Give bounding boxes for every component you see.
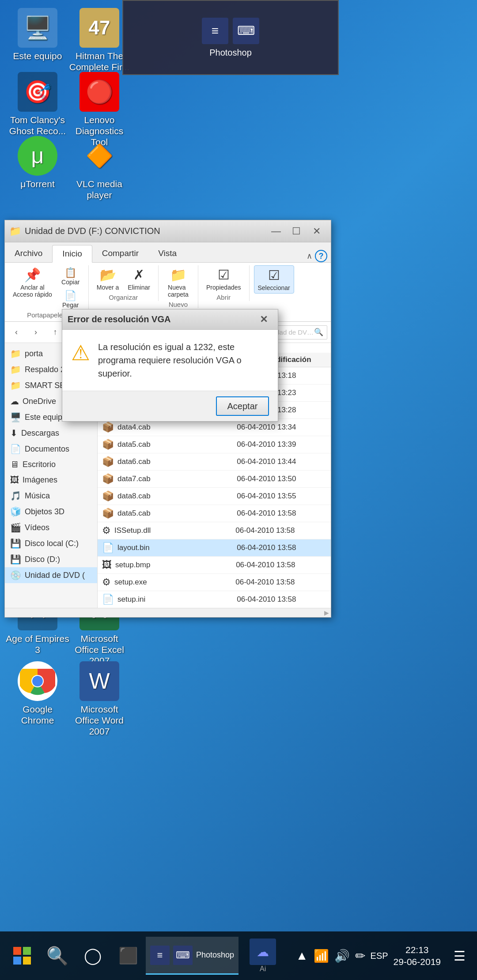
taskbar-volume-icon[interactable]: 🔊 <box>334 949 350 963</box>
start-button[interactable] <box>4 938 40 973</box>
photoshop-taskbar-preview[interactable]: ≡ ⌨ Photoshop <box>122 0 339 75</box>
file-row-setupini[interactable]: 📄 setup.ini 06-04-2010 13:58 <box>98 591 331 608</box>
tab-inicio[interactable]: Inicio <box>52 245 92 263</box>
file-name: setup.bmp <box>115 561 236 569</box>
sidebar-item-documentos-label: Documentos <box>25 445 69 454</box>
ribbon-help-btn[interactable]: ? <box>315 250 327 262</box>
file-row-data8[interactable]: 📦 data8.cab 06-04-2010 13:55 <box>98 488 331 505</box>
word-label: Microsoft Office Word 2007 <box>68 704 131 737</box>
disk-c-icon: 💾 <box>10 538 21 549</box>
desktop-icon-tom-clancy[interactable]: 🎯 Tom Clancy's Ghost Reco... <box>2 68 73 140</box>
sidebar-item-objetos3d[interactable]: 🧊 Objetos 3D <box>5 504 97 520</box>
word-icon: W <box>80 661 119 701</box>
file-row-data5cab[interactable]: 📦 data5.cab 06-04-2010 13:58 <box>98 505 331 522</box>
file-name: data5.cab <box>117 440 237 449</box>
chrome-icon <box>18 661 57 701</box>
sidebar-item-descargas[interactable]: ⬇ Descargas <box>5 425 97 441</box>
svg-rect-6 <box>13 957 21 965</box>
sidebar-item-imagenes[interactable]: 🖼 Imágenes <box>5 472 97 488</box>
music-icon: 🎵 <box>10 490 21 501</box>
dialog-message: La resolución es igual a 1232, este prog… <box>98 340 269 380</box>
file-row-data7[interactable]: 📦 data7.cab 06-04-2010 13:50 <box>98 471 331 488</box>
clock-time: 22:13 <box>394 944 441 956</box>
file-explorer-titlebar: 📁 Unidad de DVD (F:) CONVICTION — ☐ ✕ <box>5 220 331 242</box>
ribbon-btn-propiedades[interactable]: ☑ Propiedades <box>203 265 245 293</box>
ribbon-btn-pegar[interactable]: 📄 Pegar <box>57 288 84 310</box>
desktop-icon-chrome[interactable]: Google Chrome <box>2 658 73 729</box>
sidebar-item-dvd[interactable]: 💿 Unidad de DVD ( <box>5 567 97 583</box>
taskbar-ai-button[interactable]: ☁ Ai <box>243 936 283 976</box>
dvd-icon: 💿 <box>10 570 21 580</box>
desktop-icon-word[interactable]: W Microsoft Office Word 2007 <box>64 658 135 741</box>
search-icon: 🔍 <box>314 328 323 337</box>
file-row-data5[interactable]: 📦 data5.cab 06-04-2010 13:39 <box>98 436 331 453</box>
file-row-setupbmp[interactable]: 🖼 setup.bmp 06-04-2010 13:58 <box>98 557 331 574</box>
ribbon-group-abrir: ☑ Propiedades Abrir <box>203 265 250 301</box>
ribbon-btn-nueva-carpeta[interactable]: 📁 Nuevacarpeta <box>164 265 192 300</box>
sidebar-item-musica-label: Música <box>25 491 50 501</box>
tab-compartir[interactable]: Compartir <box>92 245 148 262</box>
taskbar-pen-icon[interactable]: ✏ <box>355 949 365 963</box>
close-button[interactable]: ✕ <box>307 222 326 241</box>
file-name: data4.cab <box>117 423 237 432</box>
computer-icon: 🖥️ <box>10 412 21 422</box>
minimize-button[interactable]: — <box>266 222 286 241</box>
nav-back[interactable]: ‹ <box>8 324 24 340</box>
dialog-titlebar: Error de resolución VGA ✕ <box>62 309 278 330</box>
taskbar-language-label[interactable]: ESP <box>371 951 388 961</box>
nav-up[interactable]: ↑ <box>47 324 63 340</box>
sidebar-item-onedrive-label: OneDrive <box>23 397 56 406</box>
file-icon: 🖼 <box>102 559 112 571</box>
file-row-setupexe[interactable]: ⚙ setup.exe 06-04-2010 13:58 <box>98 574 331 591</box>
file-icon: 📦 <box>102 508 114 519</box>
taskbar-photoshop-label: Photoshop <box>196 950 234 960</box>
vlc-label: VLC media player <box>68 178 131 200</box>
file-row-issetup[interactable]: ⚙ ISSetup.dll 06-04-2010 13:58 <box>98 522 331 539</box>
dialog-close-button[interactable]: ✕ <box>255 311 273 328</box>
taskbar-up-arrow[interactable]: ▲ <box>296 949 308 963</box>
sidebar-item-videos[interactable]: 🎬 Vídeos <box>5 520 97 535</box>
nav-forward[interactable]: › <box>28 324 44 340</box>
dialog-accept-button[interactable]: Aceptar <box>216 396 269 416</box>
video-icon: 🎬 <box>10 522 21 533</box>
taskbar-photoshop-button[interactable]: ≡ ⌨ Photoshop <box>146 937 238 975</box>
taskbar-network-icon[interactable]: 📶 <box>314 949 329 963</box>
sidebar-item-musica[interactable]: 🎵 Música <box>5 488 97 504</box>
taskbar-search-button[interactable]: 🔍 <box>40 938 75 973</box>
taskbar-clock[interactable]: 22:13 29-06-2019 <box>394 944 441 968</box>
onedrive-icon: ☁ <box>10 396 19 407</box>
sidebar-item-documentos[interactable]: 📄 Documentos <box>5 441 97 457</box>
maximize-button[interactable]: ☐ <box>287 222 306 241</box>
file-name: setup.ini <box>117 595 237 604</box>
file-name: data7.cab <box>117 475 237 483</box>
ribbon-collapse-btn[interactable]: ∧ <box>307 251 312 261</box>
file-date: 06-04-2010 13:58 <box>236 561 326 569</box>
file-icon: ⚙ <box>102 577 111 588</box>
download-icon: ⬇ <box>10 428 18 438</box>
sidebar-item-disco-c[interactable]: 💾 Disco local (C:) <box>5 535 97 551</box>
desktop-icon-utorrent[interactable]: μ μTorrent <box>2 132 73 193</box>
desktop-icon-vlc[interactable]: 🔶 VLC media player <box>64 132 135 204</box>
taskbar-task-view-button[interactable]: ⬛ <box>110 938 146 973</box>
ribbon-btn-eliminar[interactable]: ✗ Eliminar <box>124 265 154 293</box>
file-name: data8.cab <box>117 492 237 501</box>
este-equipo-icon: 🖥️ <box>18 8 57 48</box>
file-row-layout[interactable]: 📄 layout.bin 06-04-2010 13:58 <box>98 539 331 557</box>
taskbar: 🔍 ◯ ⬛ ≡ ⌨ Photoshop ☁ Ai ▲ 📶 🔊 ✏ ESP 22:… <box>0 931 477 980</box>
ribbon-btn-anclar[interactable]: 📌 Anclar alAcceso rápido <box>9 265 56 310</box>
este-equipo-label: Este equipo <box>13 50 62 61</box>
tab-archivo[interactable]: Archivo <box>5 245 52 262</box>
sidebar-item-escritorio[interactable]: 🖥 Escritorio <box>5 457 97 472</box>
file-row-data6[interactable]: 📦 data6.cab 06-04-2010 13:44 <box>98 453 331 471</box>
file-icon: 📦 <box>102 473 114 485</box>
ribbon-btn-copiar[interactable]: 📋 Copiar <box>57 265 84 287</box>
sidebar-item-disco-d[interactable]: 💾 Disco (D:) <box>5 551 97 567</box>
taskbar-notification-button[interactable]: ☰ <box>446 942 473 969</box>
ribbon-btn-mover[interactable]: 📂 Mover a <box>93 265 123 293</box>
tab-vista[interactable]: Vista <box>148 245 186 262</box>
file-date: 06-04-2010 13:44 <box>237 457 326 466</box>
desktop-icon-este-equipo[interactable]: 🖥️ Este equipo <box>2 4 73 65</box>
hitman-icon: 47 <box>80 8 119 48</box>
ribbon-btn-seleccionar[interactable]: ☑ Seleccionar <box>254 265 294 294</box>
taskbar-cortana-button[interactable]: ◯ <box>75 938 110 973</box>
